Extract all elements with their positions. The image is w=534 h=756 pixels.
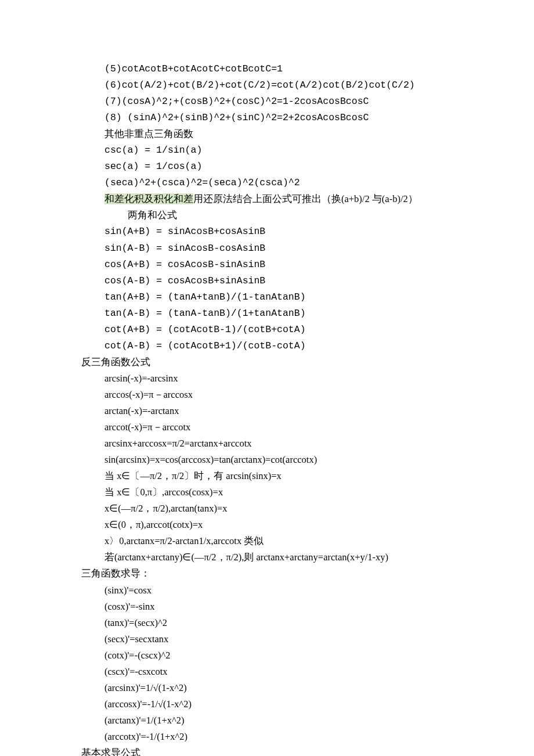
formula-line: sec(a) = 1/cos(a): [81, 159, 488, 175]
formula-line: (arcsinx)'=1/√(1-x^2): [81, 680, 488, 696]
note-rest: 用还原法结合上面公式可推出（换(a+b)/2 与(a-b)/2）: [193, 193, 418, 204]
formula-line: (cotx)'=-(cscx)^2: [81, 647, 488, 664]
formula-line: cot(A-B) = (cotAcotB+1)/(cotB-cotA): [81, 338, 488, 354]
inverse-trig-heading: 反三角函数公式: [81, 354, 488, 370]
formula-line: sin(A+B) = sinAcosB+cosAsinB: [81, 224, 488, 240]
highlight-text: 和差化积及积化和差: [104, 193, 193, 204]
formula-line: (5)cotAcotB+cotAcotC+cotBcotC=1: [81, 61, 488, 77]
subheading-other-trig: 其他非重点三角函数: [81, 126, 488, 142]
trig-derivative-heading: 三角函数求导：: [81, 566, 488, 582]
formula-line: sin(A-B) = sinAcosB-cosAsinB: [81, 240, 488, 257]
formula-line: (tanx)'=(secx)^2: [81, 615, 488, 631]
formula-line: sin(arcsinx)=x=cos(arccosx)=tan(arctanx)…: [81, 452, 488, 468]
formula-line: (arccotx)'=-1/(1+x^2): [81, 729, 488, 745]
document-page: (5)cotAcotB+cotAcotC+cotBcotC=1 (6)cot(A…: [0, 0, 534, 756]
basic-derivative-heading: 基本求导公式: [81, 745, 488, 756]
formula-line: arcsinx+arccosx=π/2=arctanx+arccotx: [81, 435, 488, 452]
formula-line: tan(A-B) = (tanA-tanB)/(1+tanAtanB): [81, 305, 488, 322]
formula-line: 当 x∈〔—π/2，π/2〕时，有 arcsin(sinx)=x: [81, 468, 488, 484]
formula-line: (sinx)'=cosx: [81, 582, 488, 599]
formula-line: x∈(—π/2，π/2),arctan(tanx)=x: [81, 501, 488, 517]
sum-product-note: 和差化积及积化和差用还原法结合上面公式可推出（换(a+b)/2 与(a-b)/2…: [81, 191, 488, 207]
formula-line: (cosx)'=-sinx: [81, 599, 488, 615]
formula-line: cot(A+B) = (cotAcotB-1)/(cotB+cotA): [81, 322, 488, 338]
formula-line: x∈(0，π),arccot(cotx)=x: [81, 517, 488, 533]
formula-line: (secx)'=secxtanx: [81, 631, 488, 647]
formula-line: arccos(-x)=π－arccosx: [81, 387, 488, 403]
formula-line: arccot(-x)=π－arccotx: [81, 419, 488, 435]
formula-line: 若(arctanx+arctany)∈(—π/2，π/2),则 arctanx+…: [81, 549, 488, 566]
formula-line: (arccosx)'=-1/√(1-x^2): [81, 696, 488, 712]
formula-line: csc(a) = 1/sin(a): [81, 142, 488, 159]
formula-line: tan(A+B) = (tanA+tanB)/(1-tanAtanB): [81, 289, 488, 305]
formula-line: (arctanx)'=1/(1+x^2): [81, 712, 488, 729]
formula-line: cos(A+B) = cosAcosB-sinAsinB: [81, 257, 488, 273]
formula-line: (7)(cosA)^2;+(cosB)^2+(cosC)^2=1-2cosAco…: [81, 93, 488, 110]
formula-line: 当 x∈〔0,π〕,arccos(cosx)=x: [81, 484, 488, 501]
formula-line: (seca)^2+(csca)^2=(seca)^2(csca)^2: [81, 175, 488, 191]
formula-line: cos(A-B) = cosAcosB+sinAsinB: [81, 273, 488, 289]
formula-line: (cscx)'=-csxcotx: [81, 664, 488, 680]
formula-line: (8) (sinA)^2+(sinB)^2+(sinC)^2=2+2cosAco…: [81, 110, 488, 126]
formula-line: (6)cot(A/2)+cot(B/2)+cot(C/2)=cot(A/2)co…: [81, 77, 488, 93]
formula-line: x〉0,arctanx=π/2-arctan1/x,arccotx 类似: [81, 533, 488, 549]
sum-formula-heading: 两角和公式: [81, 207, 488, 224]
formula-line: arcsin(-x)=-arcsinx: [81, 370, 488, 387]
formula-line: arctan(-x)=-arctanx: [81, 403, 488, 419]
